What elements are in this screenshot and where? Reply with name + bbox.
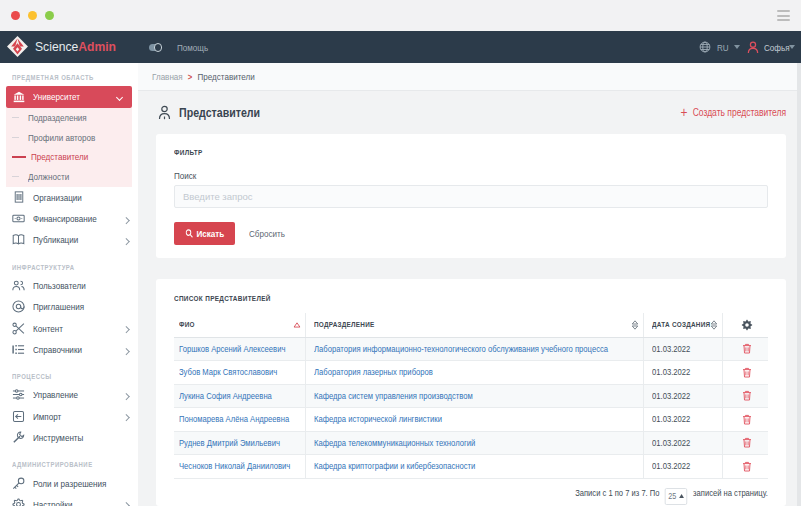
hamburger-menu-icon[interactable] xyxy=(777,10,790,21)
organization-icon xyxy=(12,191,25,204)
help-link[interactable]: Помощь xyxy=(177,31,214,63)
delete-icon[interactable] xyxy=(742,461,752,472)
window-titlebar xyxy=(0,0,801,31)
breadcrumb-current: Представители xyxy=(197,71,254,82)
publications-icon xyxy=(12,233,25,246)
users-icon xyxy=(12,279,25,292)
department-link[interactable]: Кафедра телекоммуникационных технологий xyxy=(314,438,475,448)
breadcrumb-separator: > xyxy=(188,72,192,82)
sidebar-item-directories[interactable]: Справочники xyxy=(0,339,138,360)
chevron-right-icon xyxy=(124,323,129,334)
page-header: Представители + Создать представителя xyxy=(138,91,801,134)
user-icon xyxy=(747,41,759,54)
zoom-window-button[interactable] xyxy=(45,11,54,20)
delete-icon[interactable] xyxy=(742,343,752,354)
sidebar-item-organizations[interactable]: Организации xyxy=(0,187,138,208)
sort-icon[interactable] xyxy=(631,320,639,330)
brand-logo[interactable]: ScienceAdmin xyxy=(5,34,125,59)
sidebar-subitem-author-profiles[interactable]: Профили авторов xyxy=(6,127,132,147)
list-title: СПИСОК ПРЕДСТАВИТЕЛЕЙ xyxy=(174,294,768,303)
chevron-right-icon xyxy=(124,411,129,422)
sidebar-item-tools[interactable]: Инструменты xyxy=(0,427,138,448)
sidebar: ПРЕДМЕТНАЯ ОБЛАСТЬ Университет Подраздел… xyxy=(0,63,138,506)
department-link[interactable]: Кафедра систем управления производством xyxy=(314,391,473,401)
representative-link[interactable]: Зубов Марк Святославович xyxy=(179,367,277,377)
scrollbar[interactable] xyxy=(797,63,801,506)
representative-link[interactable]: Руднев Дмитрий Эмильевич xyxy=(179,438,280,448)
user-menu[interactable]: Софья xyxy=(747,31,795,63)
sidebar-subitem-positions[interactable]: Должности xyxy=(6,167,132,187)
representative-link[interactable]: Чесноков Николай Даниилович xyxy=(179,461,290,471)
department-link[interactable]: Кафедра криптографии и кибербезопасности xyxy=(314,461,475,471)
sidebar-subitem-subdivisions[interactable]: Подразделения xyxy=(6,108,132,128)
delete-icon[interactable] xyxy=(742,414,752,425)
university-icon xyxy=(12,90,25,103)
globe-icon xyxy=(699,31,711,63)
table-row: Зубов Марк Святославович Лаборатория лаз… xyxy=(174,361,768,385)
table-row: Пономарева Алёна Андреевна Кафедра истор… xyxy=(174,408,768,432)
filter-title: ФИЛЬТР xyxy=(174,148,768,157)
close-window-button[interactable] xyxy=(11,11,20,20)
sidebar-section-label: АДМИНИСТРИРОВАНИЕ xyxy=(12,460,138,469)
sidebar-section-label: ПРЕДМЕТНАЯ ОБЛАСТЬ xyxy=(12,73,138,82)
person-icon xyxy=(158,105,171,120)
representative-link[interactable]: Горшков Арсений Алексеевич xyxy=(179,344,285,354)
search-input[interactable] xyxy=(174,185,768,208)
sort-asc-icon[interactable] xyxy=(293,322,301,328)
pagination-footer: Записи с 1 по 7 из 7. По 25 записей на с… xyxy=(174,487,768,505)
sidebar-subitem-representatives[interactable]: Представители xyxy=(6,147,132,167)
sidebar-item-content[interactable]: Контент xyxy=(0,317,138,338)
column-header-created[interactable]: ДАТА СОЗДАНИЯ xyxy=(643,313,722,337)
sidebar-item-management[interactable]: Управление xyxy=(0,384,138,405)
create-representative-button[interactable]: + Создать представителя xyxy=(662,106,786,120)
sidebar-item-settings[interactable]: Настройки xyxy=(0,494,138,506)
theme-toggle[interactable] xyxy=(149,44,161,51)
chevron-right-icon xyxy=(124,344,129,355)
breadcrumb: Главная > Представители xyxy=(138,63,801,91)
sidebar-item-publications[interactable]: Публикации xyxy=(0,229,138,250)
page-size-select[interactable]: 25 xyxy=(665,488,687,505)
sidebar-section-label: ПРОЦЕССЫ xyxy=(12,372,138,381)
delete-icon[interactable] xyxy=(742,437,752,448)
sidebar-item-invitations[interactable]: Приглашения xyxy=(0,296,138,317)
chevron-right-icon xyxy=(124,234,129,245)
filter-card: ФИЛЬТР Поиск Искать Сбросить xyxy=(156,134,786,258)
sidebar-item-university[interactable]: Университет xyxy=(6,86,132,108)
brand-name: ScienceAdmin xyxy=(35,39,116,54)
column-header-actions[interactable] xyxy=(722,313,768,337)
minimize-window-button[interactable] xyxy=(28,11,37,20)
gear-icon[interactable] xyxy=(741,319,753,331)
chevron-right-icon xyxy=(124,213,129,224)
sidebar-section-label: ИНФРАСТРУКТУРА xyxy=(12,263,138,272)
department-link[interactable]: Лаборатория лазерных приборов xyxy=(314,367,433,377)
finance-icon xyxy=(12,212,25,225)
representative-link[interactable]: Лукина София Андреевна xyxy=(179,391,272,401)
window-controls xyxy=(11,11,54,20)
column-header-name[interactable]: ФИО xyxy=(174,313,305,337)
department-link[interactable]: Кафедра исторической лингвистики xyxy=(314,414,442,424)
breadcrumb-home-link[interactable]: Главная xyxy=(152,71,183,82)
delete-icon[interactable] xyxy=(742,390,752,401)
table-row: Руднев Дмитрий Эмильевич Кафедра телеком… xyxy=(174,431,768,455)
representative-link[interactable]: Пономарева Алёна Андреевна xyxy=(179,414,289,424)
main-content: Главная > Представители Представители xyxy=(138,63,801,506)
sidebar-item-roles[interactable]: Роли и разрешения xyxy=(0,472,138,493)
plus-icon: + xyxy=(681,105,688,119)
search-field-label: Поиск xyxy=(174,170,768,181)
sidebar-item-financing[interactable]: Финансирование xyxy=(0,208,138,229)
list-icon xyxy=(12,343,25,356)
search-button[interactable]: Искать xyxy=(174,222,235,245)
department-link[interactable]: Лаборатория информационно-технологическо… xyxy=(314,344,608,354)
sidebar-item-users[interactable]: Пользователи xyxy=(0,275,138,296)
chevron-right-icon xyxy=(124,499,129,506)
dash-icon xyxy=(12,156,26,158)
sort-icon[interactable] xyxy=(710,320,718,330)
column-header-department[interactable]: ПОДРАЗДЕЛЕНИЕ xyxy=(305,313,643,337)
at-icon xyxy=(12,300,25,313)
sidebar-item-import[interactable]: Импорт xyxy=(0,406,138,427)
reset-button[interactable]: Сбросить xyxy=(249,228,291,239)
chevron-down-icon xyxy=(789,45,795,49)
language-selector[interactable]: RU xyxy=(717,31,740,63)
search-icon xyxy=(185,229,193,238)
delete-icon[interactable] xyxy=(742,367,752,378)
